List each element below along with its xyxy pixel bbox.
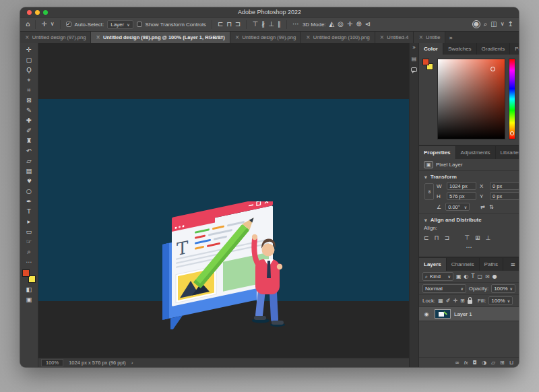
- clone-stamp-tool[interactable]: ♜: [22, 135, 37, 145]
- align-right-edges-icon[interactable]: ⊐: [445, 234, 450, 241]
- color-field-marker[interactable]: [490, 67, 495, 71]
- lock-all-icon[interactable]: [468, 300, 472, 304]
- status-chevron-icon[interactable]: ›: [131, 360, 133, 366]
- quick-mask-icon[interactable]: ◧: [22, 284, 37, 294]
- marquee-tool[interactable]: ▢: [22, 55, 37, 65]
- search-icon[interactable]: ⌕: [484, 21, 488, 28]
- saturation-brightness-field[interactable]: [437, 59, 505, 139]
- 3d-slide-icon[interactable]: ⊕: [356, 21, 361, 28]
- layer-thumbnail[interactable]: [435, 309, 451, 319]
- x-field[interactable]: 0 px: [490, 182, 519, 190]
- delete-layer-icon[interactable]: ⊔: [509, 360, 513, 366]
- rotation-angle-dropdown[interactable]: 0.00° ∨: [445, 203, 470, 211]
- tab-untitled-98-active[interactable]: × Untitled design (98).png @ 100% (Layer…: [91, 32, 230, 43]
- zoom-window-icon[interactable]: [43, 10, 48, 15]
- distribute-horizontal-icon[interactable]: ∦: [261, 21, 265, 28]
- auto-select-dropdown[interactable]: Layer ∨: [107, 20, 133, 29]
- 3d-camera-icon[interactable]: ⊲: [365, 21, 371, 28]
- new-layer-icon[interactable]: ⊞: [500, 360, 505, 366]
- pen-tool[interactable]: ✒: [22, 196, 37, 206]
- filter-shape-layers-icon[interactable]: ▢: [477, 273, 482, 280]
- close-icon[interactable]: ×: [418, 34, 423, 40]
- document-info[interactable]: 1024 px x 576 px (96 ppi): [69, 360, 126, 366]
- history-panel-icon[interactable]: ▤: [412, 56, 417, 62]
- tab-untitled-97[interactable]: × Untitled design (97).png: [20, 32, 91, 43]
- height-field[interactable]: 576 px: [447, 192, 476, 200]
- align-section-header[interactable]: ∨ Align and Distribute: [419, 216, 519, 225]
- close-icon[interactable]: ×: [380, 34, 385, 40]
- color-swatches-widget[interactable]: [22, 269, 36, 283]
- align-left-edges-icon[interactable]: ⊏: [424, 234, 429, 241]
- y-field[interactable]: 0 px: [490, 192, 519, 200]
- account-icon[interactable]: ☻: [472, 20, 480, 28]
- path-selection-tool[interactable]: ▸: [22, 216, 37, 226]
- align-right-edges-icon[interactable]: ⊐: [235, 21, 241, 28]
- tab-properties[interactable]: Properties: [419, 146, 456, 159]
- distribute-top-icon[interactable]: ⊤: [252, 21, 258, 28]
- lock-transparent-pixels-icon[interactable]: ▦: [438, 298, 443, 304]
- align-top-edges-icon[interactable]: ⊤: [464, 234, 470, 241]
- width-field[interactable]: 1024 px: [447, 182, 476, 190]
- filter-smart-object-icon[interactable]: ⊡: [485, 273, 490, 280]
- link-layers-icon[interactable]: ∞: [455, 360, 459, 366]
- comments-panel-icon[interactable]: [411, 67, 417, 72]
- minimize-window-icon[interactable]: [35, 10, 40, 15]
- filter-adjustment-layers-icon[interactable]: ◐: [464, 273, 469, 280]
- panel-menu-icon[interactable]: ≡: [507, 258, 519, 271]
- screen-mode-icon[interactable]: ▣: [22, 294, 37, 304]
- zoom-tool[interactable]: ⌕: [22, 247, 37, 257]
- history-brush-tool[interactable]: ↶: [22, 145, 37, 156]
- show-transform-checkbox[interactable]: [137, 22, 142, 27]
- distribute-bottom-icon[interactable]: ⊥: [268, 21, 274, 28]
- tab-gradients[interactable]: Gradients: [477, 43, 511, 55]
- tab-paths[interactable]: Paths: [480, 258, 503, 271]
- frame-tool[interactable]: ⊠: [22, 95, 37, 105]
- healing-brush-tool[interactable]: ✚: [22, 115, 37, 125]
- align-horizontal-centers-icon[interactable]: ⊓: [226, 21, 232, 28]
- more-align-options-icon[interactable]: ⋯: [292, 21, 299, 28]
- distribute-vertical-icon[interactable]: ∥: [278, 21, 281, 28]
- blend-mode-dropdown[interactable]: Normal ∨: [422, 284, 466, 293]
- collapse-panels-icon[interactable]: »: [412, 44, 416, 51]
- move-tool[interactable]: ✛: [22, 44, 37, 55]
- transform-section-header[interactable]: ∨ Transform: [419, 173, 519, 182]
- close-window-icon[interactable]: [27, 10, 32, 15]
- hand-tool[interactable]: ☞: [22, 236, 37, 247]
- lock-artboard-icon[interactable]: ⊞: [460, 298, 465, 304]
- chevron-down-icon[interactable]: ∨: [501, 22, 505, 27]
- tab-untitled-4[interactable]: × Untitled-4: [375, 32, 414, 43]
- align-bottom-edges-icon[interactable]: ⊥: [486, 234, 491, 241]
- align-vertical-centers-icon[interactable]: ⊞: [475, 234, 480, 241]
- close-icon[interactable]: ×: [96, 34, 100, 40]
- zoom-level[interactable]: 100%: [41, 359, 63, 366]
- tab-libraries[interactable]: Libraries: [496, 146, 519, 159]
- canvas-area[interactable]: T: [38, 43, 409, 358]
- lock-image-pixels-icon[interactable]: ✐: [446, 298, 451, 304]
- eyedropper-tool[interactable]: ✎: [22, 105, 37, 115]
- home-icon[interactable]: ⌂: [26, 21, 30, 28]
- lock-position-icon[interactable]: ✛: [453, 298, 457, 304]
- workspace-switcher-icon[interactable]: ◫: [490, 21, 497, 28]
- align-left-edges-icon[interactable]: ⊏: [218, 21, 223, 28]
- filter-toggle-icon[interactable]: ●: [493, 273, 497, 280]
- new-group-icon[interactable]: ▱: [491, 360, 495, 366]
- tab-overflow-icon[interactable]: »: [445, 32, 456, 43]
- fill-dropdown[interactable]: 100% ∨: [488, 296, 513, 305]
- filter-image-layers-icon[interactable]: ▣: [456, 273, 462, 280]
- close-icon[interactable]: ×: [306, 34, 311, 40]
- tab-layers[interactable]: Layers: [419, 258, 447, 271]
- brush-tool[interactable]: ✐: [22, 125, 37, 135]
- mini-color-swatches[interactable]: [422, 59, 434, 71]
- 3d-orbit-icon[interactable]: ◭: [329, 21, 335, 28]
- align-horizontal-centers-icon[interactable]: ⊓: [435, 234, 439, 241]
- chevron-down-icon[interactable]: ∨: [51, 22, 55, 27]
- share-icon[interactable]: ↥: [508, 21, 513, 28]
- tab-channels[interactable]: Channels: [447, 258, 480, 271]
- rectangle-tool[interactable]: ▭: [22, 226, 37, 236]
- tab-untitled-clipped[interactable]: × Untitle: [414, 32, 445, 43]
- flip-vertical-icon[interactable]: ⇅: [489, 204, 494, 210]
- edit-toolbar-icon[interactable]: ⋯: [22, 257, 37, 267]
- layer-visibility-eye-icon[interactable]: ◉: [422, 311, 431, 317]
- gradient-tool[interactable]: ▤: [22, 166, 37, 176]
- blur-tool[interactable]: ♠: [22, 176, 37, 186]
